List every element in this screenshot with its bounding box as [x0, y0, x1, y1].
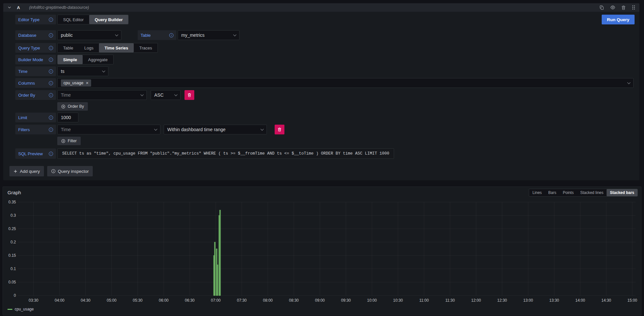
- svg-text:08:30: 08:30: [289, 298, 299, 303]
- radio-option-points[interactable]: Points: [560, 189, 577, 196]
- legend-item-cpu_usage[interactable]: cpu_usage: [7, 307, 34, 311]
- radio-option-simple[interactable]: Simple: [58, 55, 83, 64]
- database-select[interactable]: public: [57, 30, 121, 40]
- radio-option-lines[interactable]: Lines: [529, 189, 545, 196]
- limit-input[interactable]: 1000: [57, 113, 78, 122]
- run-query-button[interactable]: Run Query: [602, 15, 635, 24]
- legend-series-name: cpu_usage: [15, 307, 34, 311]
- svg-text:03:30: 03:30: [29, 298, 38, 303]
- info-icon[interactable]: i: [49, 93, 53, 97]
- table-select[interactable]: my_metrics: [178, 30, 240, 40]
- time-column-select[interactable]: ts: [57, 66, 108, 76]
- bar-cpu_usage: [220, 210, 221, 295]
- editor-type-radio-group: SQL EditorQuery Builder: [57, 15, 129, 24]
- trash-icon: [621, 5, 626, 10]
- add-order-by-row: Order By: [15, 102, 634, 111]
- info-icon[interactable]: i: [49, 33, 53, 37]
- series-bars: [213, 210, 221, 295]
- info-icon[interactable]: i: [169, 33, 173, 37]
- column-tag-cpu_usage[interactable]: cpu_usage✕: [61, 79, 91, 87]
- radio-option-traces[interactable]: Traces: [134, 43, 158, 52]
- svg-text:13:30: 13:30: [549, 298, 559, 303]
- plus-circle-icon: [61, 104, 65, 109]
- svg-text:09:00: 09:00: [315, 298, 325, 303]
- radio-option-query-builder[interactable]: Query Builder: [89, 15, 128, 24]
- info-icon[interactable]: i: [49, 152, 53, 156]
- builder-mode-row: Builder Mode i SimpleAggregate: [15, 55, 634, 64]
- info-icon[interactable]: i: [49, 81, 53, 85]
- radio-option-aggregate[interactable]: Aggregate: [83, 55, 113, 64]
- radio-option-logs[interactable]: Logs: [79, 43, 99, 52]
- add-filter-row: Filter: [15, 137, 634, 145]
- columns-multiselect[interactable]: cpu_usage✕: [57, 78, 634, 88]
- query-type-radio-group: TableLogsTime SeriesTraces: [57, 43, 158, 53]
- drag-handle-icon[interactable]: [632, 5, 636, 10]
- hide-query-button[interactable]: [610, 5, 615, 10]
- query-ref-id: A: [17, 5, 20, 10]
- info-icon[interactable]: i: [49, 116, 53, 120]
- grid-lines: [18, 202, 636, 295]
- chevron-down-icon: [102, 69, 105, 72]
- svg-text:06:00: 06:00: [159, 298, 169, 303]
- add-order-by-button[interactable]: Order By: [57, 102, 88, 111]
- svg-text:0.25: 0.25: [8, 227, 16, 231]
- remove-tag-icon[interactable]: ✕: [86, 81, 89, 85]
- remove-filter-button[interactable]: [275, 125, 284, 134]
- radio-option-time-series[interactable]: Time Series: [99, 43, 134, 52]
- query-footer: Add query Query inspector: [9, 166, 634, 176]
- graph-title: Graph: [7, 190, 21, 195]
- svg-text:0.15: 0.15: [8, 253, 16, 258]
- editor-type-label: Editor Type i: [15, 15, 56, 24]
- collapse-query-button[interactable]: [7, 5, 12, 10]
- svg-text:12:00: 12:00: [471, 298, 481, 303]
- builder-mode-label: Builder Mode i: [15, 55, 56, 64]
- query-inspector-button[interactable]: Query inspector: [47, 166, 93, 176]
- builder-mode-radio-group: SimpleAggregate: [57, 55, 114, 64]
- sql-preview-label: SQL Preview i: [15, 148, 56, 159]
- graph-canvas[interactable]: 0.350.30.250.20.150.10.05003:3004:0004:3…: [3, 187, 642, 304]
- info-icon[interactable]: i: [49, 128, 53, 132]
- info-icon[interactable]: i: [49, 18, 53, 22]
- svg-text:14:00: 14:00: [575, 298, 585, 303]
- bar-cpu_usage: [217, 265, 218, 295]
- svg-text:09:30: 09:30: [341, 298, 351, 303]
- add-filter-button[interactable]: Filter: [57, 137, 81, 145]
- filter-condition-select[interactable]: Within dashboard time range: [164, 125, 267, 134]
- query-row-header: A (info8fcc-greptimedb-datasource): [3, 3, 639, 12]
- svg-text:13:00: 13:00: [523, 298, 533, 303]
- radio-option-table[interactable]: Table: [58, 43, 79, 52]
- filter-field-select[interactable]: Time: [57, 125, 160, 134]
- limit-row: Limit i 1000: [15, 113, 634, 122]
- legend-series-color: [7, 309, 12, 310]
- order-by-field-select[interactable]: Time: [57, 90, 147, 100]
- eye-icon: [610, 5, 615, 10]
- database-label: Database i: [15, 30, 56, 40]
- radio-option-stacked-bars[interactable]: Stacked bars: [607, 189, 637, 196]
- remove-order-by-button[interactable]: [185, 90, 194, 100]
- info-icon[interactable]: i: [49, 58, 53, 62]
- delete-query-button[interactable]: [621, 5, 626, 10]
- svg-text:07:00: 07:00: [211, 298, 221, 303]
- radio-option-bars[interactable]: Bars: [545, 189, 560, 196]
- svg-text:0.3: 0.3: [10, 213, 16, 218]
- chevron-down-icon: [7, 5, 12, 10]
- x-axis-labels: 03:3004:0004:3005:0005:3006:0006:3007:00…: [29, 298, 637, 303]
- svg-text:15:00: 15:00: [627, 298, 637, 303]
- svg-text:0: 0: [14, 293, 16, 298]
- svg-text:10:00: 10:00: [367, 298, 377, 303]
- svg-text:06:30: 06:30: [185, 298, 195, 303]
- y-axis-labels: 0.350.30.250.20.150.10.050: [8, 200, 16, 298]
- add-query-button[interactable]: Add query: [9, 166, 44, 176]
- info-icon[interactable]: i: [49, 69, 53, 74]
- chevron-down-icon: [233, 33, 237, 36]
- plus-circle-icon: [61, 139, 65, 143]
- trash-icon: [187, 93, 191, 97]
- sql-preview-code: SELECT ts as "time", cpu_usage FROM "pub…: [57, 148, 394, 159]
- radio-option-sql-editor[interactable]: SQL Editor: [58, 15, 89, 24]
- radio-option-stacked-lines[interactable]: Stacked lines: [577, 189, 607, 196]
- table-label: Table i: [138, 30, 176, 40]
- info-icon[interactable]: i: [49, 46, 53, 50]
- duplicate-query-button[interactable]: [599, 5, 604, 10]
- info-circle-icon: [51, 169, 56, 173]
- order-direction-select[interactable]: ASC: [151, 90, 181, 100]
